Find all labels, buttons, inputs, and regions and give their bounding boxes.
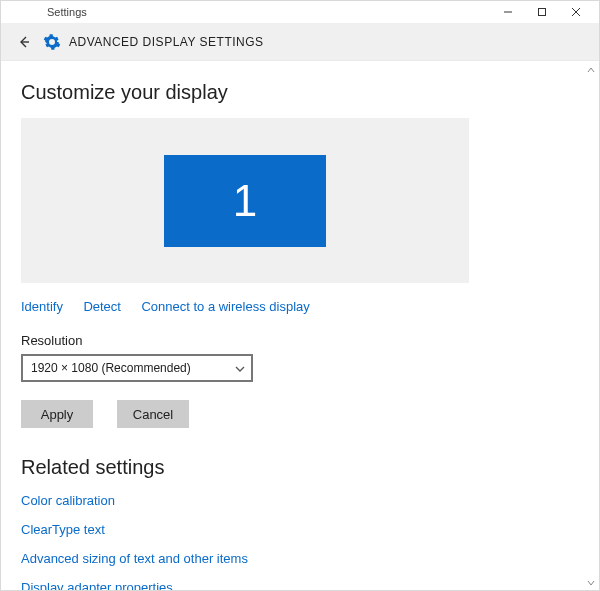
resolution-value: 1920 × 1080 (Recommended) (31, 361, 191, 375)
scroll-down-icon[interactable] (585, 576, 597, 590)
content-area: Customize your display 1 Identify Detect… (1, 61, 599, 591)
back-button[interactable] (11, 29, 37, 55)
identify-link[interactable]: Identify (21, 299, 63, 314)
display-adapter-link[interactable]: Display adapter properties (21, 580, 599, 591)
color-calibration-link[interactable]: Color calibration (21, 493, 599, 508)
monitor-number: 1 (233, 176, 257, 226)
close-button[interactable] (559, 1, 593, 23)
customize-heading: Customize your display (21, 81, 599, 104)
maximize-icon (537, 7, 547, 17)
svg-rect-1 (539, 9, 546, 16)
close-icon (571, 7, 581, 17)
related-heading: Related settings (21, 456, 599, 479)
monitor-1[interactable]: 1 (164, 155, 326, 247)
apply-button[interactable]: Apply (21, 400, 93, 428)
connect-wireless-link[interactable]: Connect to a wireless display (141, 299, 309, 314)
detect-link[interactable]: Detect (83, 299, 121, 314)
minimize-icon (503, 7, 513, 17)
scroll-up-icon[interactable] (585, 63, 597, 77)
chevron-down-icon (235, 361, 245, 375)
display-preview[interactable]: 1 (21, 118, 469, 283)
back-arrow-icon (16, 34, 32, 50)
resolution-label: Resolution (21, 333, 599, 348)
gear-icon (43, 33, 61, 51)
cancel-button[interactable]: Cancel (117, 400, 189, 428)
titlebar: Settings (1, 1, 599, 23)
minimize-button[interactable] (491, 1, 525, 23)
cleartype-text-link[interactable]: ClearType text (21, 522, 599, 537)
resolution-dropdown[interactable]: 1920 × 1080 (Recommended) (21, 354, 253, 382)
advanced-sizing-link[interactable]: Advanced sizing of text and other items (21, 551, 599, 566)
header-band: ADVANCED DISPLAY SETTINGS (1, 23, 599, 61)
window-title: Settings (47, 6, 87, 18)
maximize-button[interactable] (525, 1, 559, 23)
page-title: ADVANCED DISPLAY SETTINGS (69, 35, 264, 49)
scrollbar[interactable] (585, 61, 597, 591)
